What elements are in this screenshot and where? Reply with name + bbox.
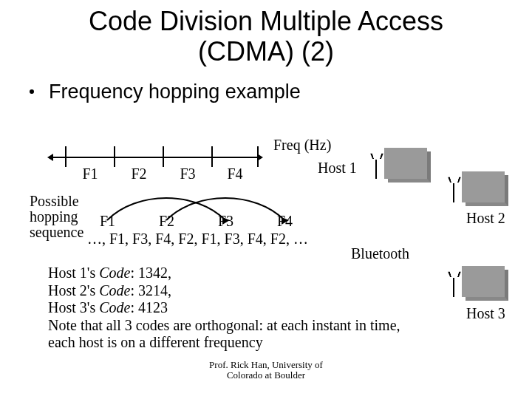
axis-tick <box>65 146 66 167</box>
axis-label: F3 <box>180 166 195 183</box>
bullet-dot-icon <box>30 89 34 94</box>
footer: Prof. Rick Han, University of Colorado a… <box>0 360 532 380</box>
bullet-row: Frequency hopping example <box>30 81 532 103</box>
hopping-label: Possible hopping sequence <box>30 194 83 240</box>
code-line: Host 2's <box>48 282 99 299</box>
code-word: Code <box>99 299 130 316</box>
hop-node: F2 <box>159 213 174 230</box>
antenna-icon <box>375 160 377 179</box>
host3-icon <box>462 266 505 297</box>
title-line-2: (CDMA) (2) <box>198 36 334 66</box>
hop-label-line: Possible <box>30 193 79 209</box>
code-line: Host 1's <box>48 265 99 281</box>
host2-icon <box>462 171 505 202</box>
hopping-arcs-icon <box>92 185 336 229</box>
footer-line: Colorado at Boulder <box>227 369 305 381</box>
code-line: : 1342, <box>130 265 171 281</box>
axis-label: F2 <box>131 166 146 183</box>
hop-label-line: hopping <box>30 208 78 225</box>
axis-tick <box>114 146 115 167</box>
slide-title: Code Division Multiple Access (CDMA) (2) <box>0 0 532 67</box>
code-line: : 4123 <box>130 299 168 316</box>
host1-icon <box>384 148 427 179</box>
host3-label: Host 3 <box>466 305 505 322</box>
frequency-axis: F1 F2 F3 F4 <box>52 140 273 185</box>
axis-tick <box>211 146 213 167</box>
axis-tick <box>163 146 164 167</box>
axis-line-icon <box>52 157 259 158</box>
code-line: : 3214, <box>130 282 171 299</box>
hop-node: F4 <box>277 213 293 230</box>
code-note: Note that all 3 codes are orthogonal: at… <box>48 317 400 351</box>
bullet-text: Frequency hopping example <box>49 81 301 103</box>
monitor-icon <box>462 171 505 202</box>
hopping-sequence: …, F1, F3, F4, F2, F1, F3, F4, F2, … <box>87 231 308 248</box>
code-word: Code <box>99 282 130 299</box>
antenna-icon <box>453 183 454 202</box>
title-line-1: Code Division Multiple Access <box>89 6 443 36</box>
hop-label-line: sequence <box>30 224 83 240</box>
axis-tick <box>257 146 259 167</box>
code-line: Host 3's <box>48 299 99 316</box>
axis-label: F1 <box>82 166 98 183</box>
codes-text: Host 1's Code: 1342, Host 2's Code: 3214… <box>48 265 410 352</box>
hop-node: F1 <box>100 213 115 230</box>
freq-caption: Freq (Hz) <box>273 137 331 154</box>
code-word: Code <box>99 265 130 281</box>
monitor-icon <box>462 266 505 297</box>
axis-label: F4 <box>227 166 242 183</box>
antenna-icon <box>453 278 454 297</box>
host2-label: Host 2 <box>466 210 505 227</box>
hop-node: F3 <box>218 213 233 230</box>
monitor-icon <box>384 148 427 179</box>
host1-label: Host 1 <box>318 160 357 177</box>
bluetooth-label: Bluetooth <box>351 245 409 262</box>
